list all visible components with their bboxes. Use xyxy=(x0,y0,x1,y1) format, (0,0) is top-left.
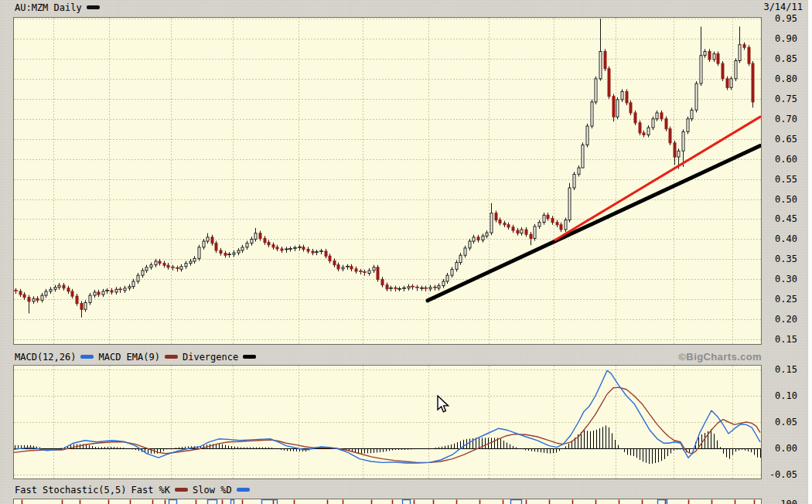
price-axis-tick: 0.40 xyxy=(754,233,797,245)
macd-legend-label: MACD(12,26) xyxy=(15,352,76,363)
stochastic-legend-bar: Fast Stochastic(5,5) Fast %K Slow %D xyxy=(0,482,812,497)
price-candlestick-chart xyxy=(13,17,762,345)
symbol-label: AU:MZM Daily xyxy=(15,2,82,13)
macd-line-swatch-icon xyxy=(80,355,94,359)
price-axis-tick: 0.70 xyxy=(754,113,797,125)
date-label: 3/14/11 xyxy=(763,2,803,12)
macd-axis-tick: 0.10 xyxy=(754,390,797,402)
slow-d-swatch-icon xyxy=(237,488,250,492)
price-axis-tick: 0.80 xyxy=(754,73,797,85)
price-axis-tick: 0.65 xyxy=(754,133,797,145)
price-axis-tick: 0.85 xyxy=(754,53,797,65)
slow-d-legend-label: Slow %D xyxy=(193,485,232,495)
price-axis-tick: 0.20 xyxy=(754,313,797,325)
stochastic-indicator-chart xyxy=(13,499,762,504)
fast-k-legend-label: Fast %K xyxy=(131,485,171,495)
price-axis-tick: 0.90 xyxy=(754,32,797,45)
macd-ema-legend-label: MACD EMA(9) xyxy=(98,352,159,363)
price-axis-tick: 0.30 xyxy=(754,273,797,285)
fast-k-swatch-icon xyxy=(175,488,188,492)
price-axis-tick: 0.55 xyxy=(754,173,797,186)
stochastic-axis-tick: 100 xyxy=(754,498,797,504)
price-series-swatch-icon xyxy=(87,5,100,9)
price-axis-tick: 0.60 xyxy=(754,153,797,165)
right-edge-strip xyxy=(808,0,812,504)
macd-axis-tick: 0.15 xyxy=(754,363,797,376)
macd-ema-swatch-icon xyxy=(165,355,178,359)
macd-axis-tick: 0.05 xyxy=(754,416,797,428)
mouse-cursor-icon xyxy=(435,395,452,414)
macd-indicator-chart xyxy=(13,365,762,479)
stochastic-legend-label: Fast Stochastic(5,5) xyxy=(15,485,127,495)
price-axis-tick: 0.45 xyxy=(754,213,797,225)
divergence-legend-label: Divergence xyxy=(183,352,238,363)
macd-legend-bar: MACD(12,26) MACD EMA(9) Divergence ©BigC… xyxy=(0,349,812,364)
price-axis-tick: 0.50 xyxy=(754,193,797,206)
symbol-title-bar: AU:MZM Daily 3/14/11 xyxy=(0,0,812,15)
price-axis-tick: 0.75 xyxy=(754,93,797,105)
bigcharts-watermark: ©BigCharts.com xyxy=(661,351,762,363)
macd-axis-tick: -0.05 xyxy=(754,468,797,481)
price-axis-tick: 0.35 xyxy=(754,253,797,265)
macd-axis-tick: 0.00 xyxy=(754,442,797,455)
bigcharts-screen: AU:MZM Daily 3/14/11 0.950.900.850.800.7… xyxy=(0,0,812,504)
price-axis-tick: 0.15 xyxy=(754,333,797,346)
price-axis-tick: 0.95 xyxy=(754,12,797,25)
price-axis-tick: 0.25 xyxy=(754,293,797,305)
divergence-swatch-icon xyxy=(243,355,256,359)
